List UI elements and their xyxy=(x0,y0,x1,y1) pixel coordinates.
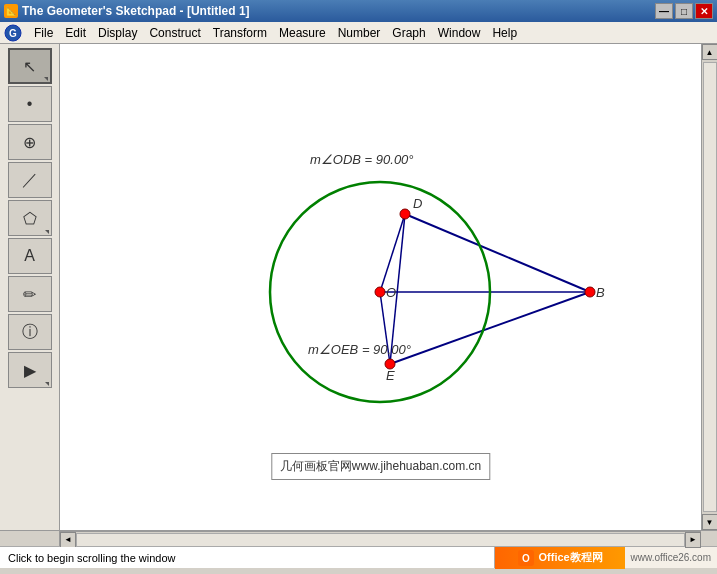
logo-badge: O Office教程网 xyxy=(495,547,625,569)
menu-item-construct[interactable]: Construct xyxy=(143,24,206,42)
maximize-button[interactable]: □ xyxy=(675,3,693,19)
menu-item-number[interactable]: Number xyxy=(332,24,387,42)
point-label-E: E xyxy=(386,368,395,383)
tool-custom[interactable]: ▶ xyxy=(8,352,52,388)
status-text: Click to begin scrolling the window xyxy=(8,552,176,564)
menu-items-container: FileEditDisplayConstructTransformMeasure… xyxy=(28,24,523,42)
logo-url: www.office26.com xyxy=(625,552,717,563)
tool-info[interactable]: ⓘ xyxy=(8,314,52,350)
tool-marker[interactable]: ✏ xyxy=(8,276,52,312)
scrollbar-bottom: ◄ ► xyxy=(60,531,701,547)
measurement-odb: m∠ODB = 90.00° xyxy=(310,152,414,167)
menu-item-transform[interactable]: Transform xyxy=(207,24,273,42)
menu-item-file[interactable]: File xyxy=(28,24,59,42)
close-button[interactable]: ✕ xyxy=(695,3,713,19)
menu-item-graph[interactable]: Graph xyxy=(386,24,431,42)
bottom-strip: Click to begin scrolling the window O Of… xyxy=(0,546,717,568)
tool-select[interactable]: ↖ xyxy=(8,48,52,84)
office-icon: O xyxy=(517,549,535,567)
logo-text: Office教程网 xyxy=(539,550,603,565)
menu-item-edit[interactable]: Edit xyxy=(59,24,92,42)
tool-line[interactable]: ／ xyxy=(8,162,52,198)
canvas-area[interactable]: ODEB m∠ODB = 90.00° m∠OEB = 90.00° 几何画板官… xyxy=(60,44,701,530)
scroll-right-button[interactable]: ► xyxy=(685,532,701,548)
menu-item-measure[interactable]: Measure xyxy=(273,24,332,42)
minimize-button[interactable]: — xyxy=(655,3,673,19)
menu-item-display[interactable]: Display xyxy=(92,24,143,42)
window-title: The Geometer's Sketchpad - [Untitled 1] xyxy=(22,4,250,18)
tool-point[interactable]: • xyxy=(8,86,52,122)
menu-item-window[interactable]: Window xyxy=(432,24,487,42)
toolbar: ↖•⊕／⬠A✏ⓘ▶ xyxy=(0,44,60,530)
tool-compass[interactable]: ⊕ xyxy=(8,124,52,160)
titlebar: 📐 The Geometer's Sketchpad - [Untitled 1… xyxy=(0,0,717,22)
app-icon: 📐 xyxy=(4,4,18,18)
scroll-track-bottom[interactable] xyxy=(76,533,685,547)
scroll-down-button[interactable]: ▼ xyxy=(702,514,718,530)
svg-text:O: O xyxy=(522,553,530,564)
point-label-B: B xyxy=(596,285,605,300)
status-area: Click to begin scrolling the window xyxy=(0,547,495,568)
point-O xyxy=(375,287,385,297)
menu-item-help[interactable]: Help xyxy=(486,24,523,42)
scroll-track-right[interactable] xyxy=(703,62,717,512)
line-DB xyxy=(405,214,590,292)
point-B xyxy=(585,287,595,297)
titlebar-left: 📐 The Geometer's Sketchpad - [Untitled 1… xyxy=(4,4,250,18)
menubar: G FileEditDisplayConstructTransformMeasu… xyxy=(0,22,717,44)
scroll-up-button[interactable]: ▲ xyxy=(702,44,718,60)
menubar-app-icon: G xyxy=(4,24,22,42)
point-label-D: D xyxy=(413,196,422,211)
tool-polygon[interactable]: ⬠ xyxy=(8,200,52,236)
watermark: 几何画板官网www.jihehuaban.com.cn xyxy=(271,453,490,480)
scroll-left-button[interactable]: ◄ xyxy=(60,532,76,548)
point-label-O: O xyxy=(386,285,396,300)
point-D xyxy=(400,209,410,219)
tool-text[interactable]: A xyxy=(8,238,52,274)
svg-text:G: G xyxy=(9,28,17,39)
scrollbar-right: ▲ ▼ xyxy=(701,44,717,530)
measurement-oeb: m∠OEB = 90.00° xyxy=(308,342,411,357)
titlebar-controls: — □ ✕ xyxy=(655,3,713,19)
main-area: ↖•⊕／⬠A✏ⓘ▶ ODEB m∠ODB = 90.00° m∠OEB = 90… xyxy=(0,44,717,530)
